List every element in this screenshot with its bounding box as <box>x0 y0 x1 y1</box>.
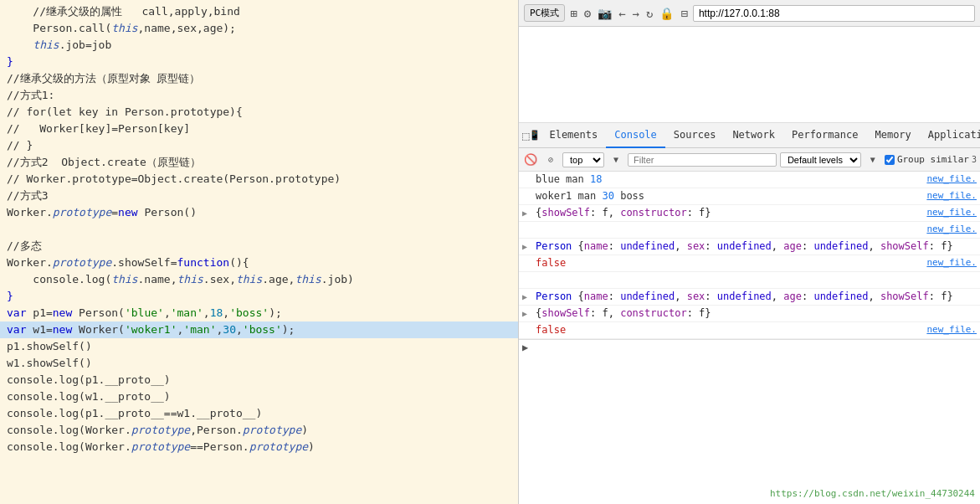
console-prompt: ▶ <box>522 342 528 353</box>
code-line: } <box>0 288 518 305</box>
device-icon[interactable]: 📱 <box>529 123 541 148</box>
code-line: //继承父级的属性 call,apply,bind <box>0 3 518 20</box>
code-line: // Worker.prototype=Object.create(Person… <box>0 171 518 188</box>
expand-icon <box>522 190 534 201</box>
dropdown-icon[interactable]: ▼ <box>608 152 624 168</box>
expand-triangle[interactable]: ▶ <box>522 291 534 301</box>
browser-bar: PC模式 ⊞ ⚙ 📷 ← → ↻ 🔒 ⊟ <box>519 0 980 27</box>
console-output: blue man 18 new_file. woker1 man 30 boss… <box>519 172 980 504</box>
expand-icon <box>522 224 534 234</box>
console-text: blue man 18 <box>536 173 923 185</box>
expand-icon <box>522 173 534 184</box>
expand-triangle[interactable]: ▶ <box>522 207 534 218</box>
code-line: w1.showSelf() <box>0 355 518 372</box>
badge-count: 3 <box>972 155 977 164</box>
code-line: //方式3 <box>0 188 518 204</box>
levels-dropdown-icon[interactable]: ▼ <box>865 152 881 168</box>
code-line: Person.call(this,name,sex,age); <box>0 20 518 37</box>
console-row: ▶ {showSelf: f, constructor: f} <box>519 306 980 322</box>
tab-console[interactable]: Console <box>606 123 665 148</box>
nav-refresh-icon[interactable]: ↻ <box>644 7 654 20</box>
expand-triangle[interactable]: ▶ <box>522 240 534 251</box>
console-link[interactable]: new_file. <box>926 173 977 184</box>
console-text: woker1 man 30 boss <box>536 190 923 202</box>
code-line: console.log(p1.__proto__) <box>0 372 518 388</box>
code-line: Worker.prototype=new Person() <box>0 204 518 221</box>
tab-elements[interactable]: Elements <box>541 123 606 148</box>
code-line: Worker.prototype.showSelf=function(){ <box>0 255 518 271</box>
settings-icon[interactable]: ⚙ <box>582 7 593 20</box>
expand-triangle[interactable]: ▶ <box>522 307 534 318</box>
tab-application[interactable]: Application <box>920 123 980 148</box>
tab-sources[interactable]: Sources <box>665 123 725 148</box>
levels-select[interactable]: Default levels <box>780 152 861 167</box>
console-text: false <box>536 257 923 269</box>
console-link[interactable]: new_file. <box>926 207 977 218</box>
console-text: false <box>536 324 923 336</box>
console-text <box>536 274 977 285</box>
code-line: console.log(this.name,this.sex,this.age,… <box>0 271 518 288</box>
expand-icon <box>522 257 534 268</box>
console-row: false new_file. <box>519 322 980 339</box>
devtools-panel: PC模式 ⊞ ⚙ 📷 ← → ↻ 🔒 ⊟ ⬚ 📱 Elements Consol… <box>519 0 980 504</box>
console-input-row[interactable]: ▶ <box>519 339 980 355</box>
devtools-toolbar: 🚫 ⊘ top ▼ Default levels ▼ Group similar… <box>519 148 980 172</box>
tab-memory[interactable]: Memory <box>866 123 919 148</box>
console-row: ▶ Person {name: undefined, sex: undefine… <box>519 239 980 255</box>
console-row: ▶ Person {name: undefined, sex: undefine… <box>519 289 980 306</box>
code-panel: //继承父级的属性 call,apply,bind Person.call(th… <box>0 0 519 504</box>
code-line: var p1=new Person('blue','man',18,'boss'… <box>0 305 518 321</box>
code-line: console.log(p1.__proto__==w1.__proto__) <box>0 405 518 422</box>
code-line: // } <box>0 137 518 154</box>
code-line: //方式1: <box>0 87 518 104</box>
console-row: false new_file. <box>519 255 980 272</box>
group-similar-checkbox[interactable] <box>885 155 895 165</box>
tab-performance[interactable]: Performance <box>783 123 866 148</box>
console-input[interactable] <box>531 342 977 353</box>
console-text: Person {name: undefined, sex: undefined,… <box>536 291 977 302</box>
console-row <box>519 272 980 289</box>
devtools-tabs: ⬚ 📱 Elements Console Sources Network Per… <box>519 123 980 148</box>
pc-mode-button[interactable]: PC模式 <box>524 4 565 22</box>
nav-back-icon[interactable]: ← <box>617 7 627 20</box>
code-line: p1.showSelf() <box>0 338 518 355</box>
nav-lock-icon: 🔒 <box>658 7 675 20</box>
code-line: //多态 <box>0 238 518 255</box>
code-line: // for(let key in Person.prototype){ <box>0 104 518 121</box>
code-line <box>0 221 518 238</box>
inspect-icon[interactable]: ⬚ <box>522 123 529 148</box>
browser-viewport <box>519 27 980 123</box>
console-row: woker1 man 30 boss new_file. <box>519 188 980 205</box>
console-row: ▶ {showSelf: f, constructor: f} new_file… <box>519 205 980 222</box>
code-line: console.log(w1.__proto__) <box>0 388 518 405</box>
console-link[interactable]: new_file. <box>926 190 977 201</box>
tab-network[interactable]: Network <box>724 123 783 148</box>
responsive-icon[interactable]: ⊞ <box>568 7 578 20</box>
context-select[interactable]: top <box>562 152 604 167</box>
filter-input[interactable] <box>628 153 777 167</box>
console-text: {showSelf: f, constructor: f} <box>536 207 923 219</box>
console-link[interactable]: new_file. <box>926 257 977 268</box>
code-line: //方式2 Object.create（原型链） <box>0 154 518 171</box>
console-link[interactable]: new_file. <box>926 224 977 234</box>
nav-split-icon[interactable]: ⊟ <box>679 7 689 20</box>
console-row: new_file. <box>519 222 980 239</box>
nav-forward-icon[interactable]: → <box>631 7 641 20</box>
code-line: } <box>0 54 518 70</box>
code-line-highlighted: var w1=new Worker('woker1','man',30,'bos… <box>0 321 518 338</box>
code-line: this.job=job <box>0 37 518 54</box>
console-text <box>536 224 923 235</box>
code-line: console.log(Worker.prototype==Person.pro… <box>0 439 518 455</box>
console-link[interactable]: new_file. <box>926 324 977 335</box>
watermark: https://blog.csdn.net/weixin_44730244 <box>770 488 975 499</box>
expand-icon <box>522 274 534 285</box>
group-similar-container: Group similar 3 <box>885 154 977 165</box>
group-similar-label: Group similar <box>897 154 969 165</box>
expand-icon <box>522 324 534 335</box>
console-text: {showSelf: f, constructor: f} <box>536 307 977 319</box>
code-line: // Worker[key]=Person[key] <box>0 121 518 137</box>
url-bar[interactable] <box>693 5 975 22</box>
screenshot-icon[interactable]: 📷 <box>596 7 613 20</box>
preserve-log-icon[interactable]: ⊘ <box>542 152 559 168</box>
clear-console-icon[interactable]: 🚫 <box>522 152 539 168</box>
